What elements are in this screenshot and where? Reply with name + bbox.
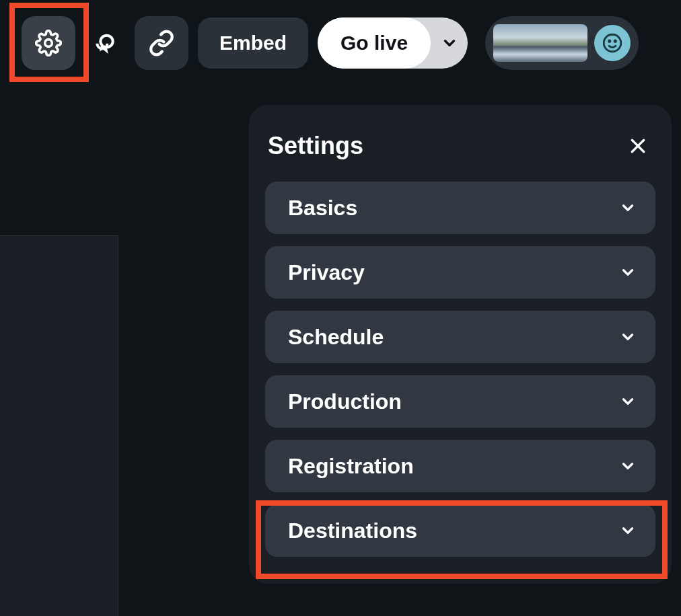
close-button[interactable] [626,134,650,158]
left-panel [0,235,118,616]
chevron-down-icon [619,264,637,281]
settings-item-destinations[interactable]: Destinations [265,504,655,557]
embed-button[interactable]: Embed [198,17,308,69]
avatar [594,25,631,61]
embed-label: Embed [219,32,287,54]
settings-item-schedule[interactable]: Schedule [265,311,655,363]
settings-item-label: Destinations [288,518,417,543]
settings-item-registration[interactable]: Registration [265,440,655,492]
svg-point-3 [614,40,616,42]
chevron-down-icon [441,34,458,52]
settings-item-privacy[interactable]: Privacy [265,246,655,299]
close-icon [628,136,648,156]
profile-thumbnail [493,24,587,62]
settings-item-label: Privacy [288,260,365,285]
settings-list: Basics Privacy Schedule Production Regis [265,182,655,557]
svg-point-1 [604,34,621,52]
settings-panel: Settings Basics Privacy Schedule [249,105,672,584]
smiley-icon [601,32,624,54]
chevron-down-icon [619,199,637,217]
golive-button[interactable]: Go live [318,17,431,69]
settings-title: Settings [268,132,363,160]
profile-capsule[interactable] [485,16,639,70]
settings-item-production[interactable]: Production [265,375,655,428]
settings-item-label: Registration [288,454,414,479]
golive-group: Go live [318,17,468,69]
top-toolbar: Embed Go live [0,0,681,70]
settings-item-label: Basics [288,196,357,221]
golive-dropdown[interactable] [431,17,468,69]
chevron-down-icon [619,457,637,475]
golive-label: Go live [340,32,408,54]
chevron-down-icon [619,328,637,346]
chat-icon [92,30,118,56]
chat-button[interactable] [85,30,125,56]
settings-button[interactable] [22,16,75,70]
chevron-down-icon [619,522,637,539]
link-button[interactable] [135,16,188,70]
gear-icon [35,30,62,56]
chevron-down-icon [619,393,637,410]
svg-point-0 [45,40,52,47]
svg-point-2 [609,40,610,42]
settings-header: Settings [265,132,655,182]
settings-item-basics[interactable]: Basics [265,182,655,234]
link-icon [148,30,175,56]
settings-item-label: Schedule [288,325,384,350]
settings-item-label: Production [288,389,402,414]
